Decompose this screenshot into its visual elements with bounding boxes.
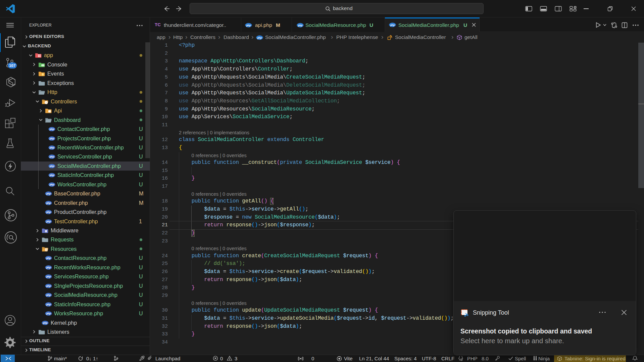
- svg-text:php: php: [46, 201, 51, 205]
- svg-text:php: php: [49, 165, 54, 168]
- svg-text:php: php: [49, 183, 54, 186]
- svg-text:php: php: [46, 266, 51, 269]
- svg-text:php: php: [390, 24, 395, 27]
- svg-text:php: php: [246, 24, 251, 27]
- svg-text:php: php: [46, 312, 51, 315]
- svg-text:php: php: [46, 275, 51, 278]
- svg-text:php: php: [46, 293, 51, 297]
- svg-text:php: php: [46, 284, 51, 287]
- svg-text:php: php: [257, 37, 262, 39]
- svg-text:php: php: [49, 137, 54, 140]
- svg-text:php: php: [43, 321, 48, 324]
- svg-text:php: php: [49, 146, 54, 149]
- svg-text:php: php: [49, 155, 54, 158]
- svg-text:php: php: [49, 174, 54, 177]
- svg-text:php: php: [46, 220, 51, 223]
- svg-text:php: php: [46, 257, 51, 260]
- svg-text:php: php: [298, 24, 303, 27]
- svg-text:php: php: [46, 211, 51, 214]
- svg-text:php: php: [46, 192, 51, 195]
- svg-text:php: php: [46, 303, 51, 306]
- svg-text:php: php: [49, 128, 54, 131]
